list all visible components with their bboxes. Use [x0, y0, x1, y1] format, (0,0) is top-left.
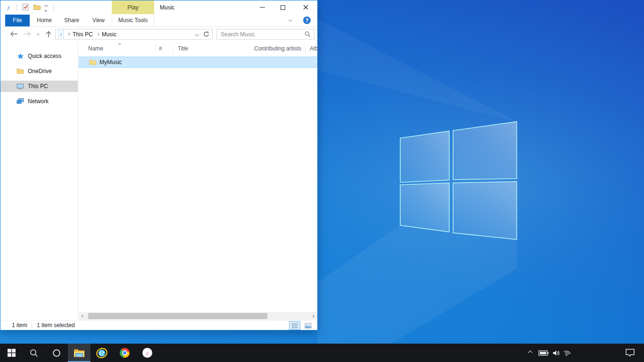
explorer-window: ♪ Play Music — [0, 0, 318, 330]
tab-share[interactable]: Share — [59, 15, 84, 26]
properties-icon — [22, 3, 29, 11]
window-title: Music — [160, 0, 174, 15]
scrollbar-thumb[interactable] — [88, 313, 267, 319]
large-icons-view-icon — [305, 323, 312, 329]
chrome-button[interactable] — [113, 344, 136, 362]
battery-icon — [538, 350, 549, 356]
column-header-contributing-artists[interactable]: Contributing artists — [254, 45, 301, 52]
search-input[interactable] — [217, 31, 305, 38]
taskbar-file-explorer-button[interactable] — [68, 344, 91, 362]
qat-properties-button[interactable] — [22, 3, 29, 12]
minimize-icon — [260, 7, 265, 8]
forward-button[interactable] — [21, 28, 33, 40]
file-row-mymusic[interactable]: MyMusic — [79, 57, 317, 68]
chevron-up-icon — [528, 351, 532, 355]
sidebar-item-label: Quick access — [28, 53, 61, 59]
details-view-button[interactable] — [289, 321, 300, 330]
sidebar-item-label: OneDrive — [28, 68, 52, 74]
volume-indicator[interactable] — [551, 344, 562, 362]
arrow-left-icon — [10, 31, 18, 37]
start-button[interactable] — [0, 344, 23, 362]
search-icon — [30, 349, 38, 357]
column-divider[interactable] — [155, 44, 156, 53]
recent-locations-button[interactable] — [34, 28, 42, 40]
network-indicator[interactable] — [561, 344, 573, 362]
navigation-pane: Quick access OneDrive This PC — [0, 42, 78, 320]
speaker-icon — [553, 350, 560, 356]
cortana-button[interactable] — [45, 344, 68, 362]
sidebar-item-this-pc[interactable]: This PC — [0, 81, 78, 92]
file-list: Name # Title Contributing artists Alb My… — [79, 42, 317, 320]
sort-ascending-icon — [118, 43, 121, 46]
large-icons-view-button[interactable] — [302, 321, 314, 330]
maximize-button[interactable] — [274, 0, 292, 14]
back-button[interactable] — [8, 28, 19, 40]
tab-music-tools[interactable]: Music Tools — [112, 15, 154, 26]
action-center-button[interactable] — [621, 344, 638, 362]
qat-new-folder-button[interactable] — [33, 3, 41, 12]
internet-explorer-icon — [96, 347, 108, 359]
chrome-icon — [120, 348, 130, 358]
sidebar-item-onedrive[interactable]: OneDrive — [0, 66, 78, 77]
search-icon[interactable] — [305, 31, 311, 37]
taskbar-search-button[interactable] — [23, 344, 45, 362]
column-divider[interactable] — [305, 44, 305, 53]
network-icon — [17, 98, 24, 105]
scroll-left-arrow-icon[interactable]: ‹ — [79, 312, 86, 320]
desktop: ♪ Play Music — [0, 0, 644, 362]
action-center-icon — [626, 349, 635, 357]
help-button[interactable]: ? — [303, 16, 311, 24]
scroll-right-arrow-icon[interactable]: › — [310, 312, 317, 320]
details-view-icon — [292, 323, 298, 329]
divider — [53, 4, 54, 11]
column-header-title[interactable]: Title — [178, 45, 188, 52]
selection-count: 1 item selected — [37, 322, 75, 329]
status-bar: 1 item 1 item selected — [0, 320, 317, 330]
taskbar: ♪ — [0, 344, 644, 362]
tab-home[interactable]: Home — [33, 15, 56, 26]
qat-customize-button[interactable] — [44, 6, 48, 13]
breadcrumb-music[interactable]: Music — [102, 31, 116, 38]
content-area: Quick access OneDrive This PC — [0, 42, 317, 320]
sidebar-item-quick-access[interactable]: Quick access — [0, 50, 78, 62]
tab-file[interactable]: File — [5, 15, 30, 26]
internet-explorer-button[interactable] — [91, 344, 113, 362]
column-header-number[interactable]: # — [159, 45, 162, 52]
minimize-button[interactable] — [253, 0, 271, 14]
breadcrumb-chevron-icon[interactable] — [67, 33, 70, 36]
tab-view[interactable]: View — [87, 15, 110, 26]
sidebar-item-label: Network — [28, 98, 49, 105]
new-folder-icon — [33, 3, 41, 11]
cortana-circle-icon — [52, 349, 61, 357]
chevron-down-icon — [37, 33, 40, 35]
show-hidden-icons-button[interactable] — [524, 344, 536, 362]
file-name: MyMusic — [99, 59, 122, 66]
column-divider[interactable] — [249, 44, 250, 53]
contextual-tab-group[interactable]: Play — [112, 0, 154, 14]
column-header-name[interactable]: Name — [88, 45, 103, 52]
itunes-button[interactable]: ♪ — [136, 344, 158, 362]
chevron-down-icon — [44, 9, 47, 12]
battery-indicator[interactable] — [537, 344, 550, 362]
breadcrumb-this-pc[interactable]: This PC — [73, 31, 93, 38]
close-button[interactable] — [296, 0, 315, 14]
wifi-icon — [562, 348, 572, 357]
horizontal-scrollbar[interactable]: ‹ › — [79, 312, 317, 320]
address-bar-row: ♪ This PC Music — [0, 27, 317, 42]
address-bar[interactable]: ♪ This PC Music — [55, 29, 213, 40]
column-header-album[interactable]: Alb — [310, 45, 318, 52]
divider — [17, 4, 17, 11]
up-button[interactable] — [43, 28, 54, 40]
breadcrumb-chevron-icon[interactable] — [96, 33, 99, 36]
arrow-right-icon — [23, 31, 31, 37]
maximize-icon — [281, 5, 285, 10]
arrow-up-icon — [46, 31, 51, 38]
address-dropdown-chevron-icon[interactable] — [195, 32, 199, 36]
search-box[interactable] — [216, 29, 314, 40]
sidebar-item-network[interactable]: Network — [0, 96, 78, 107]
column-divider[interactable] — [173, 44, 173, 53]
ribbon-expand-chevron-icon[interactable] — [289, 18, 292, 22]
itunes-icon: ♪ — [142, 348, 152, 358]
refresh-icon[interactable] — [203, 31, 209, 37]
app-music-note-icon: ♪ — [7, 3, 10, 11]
